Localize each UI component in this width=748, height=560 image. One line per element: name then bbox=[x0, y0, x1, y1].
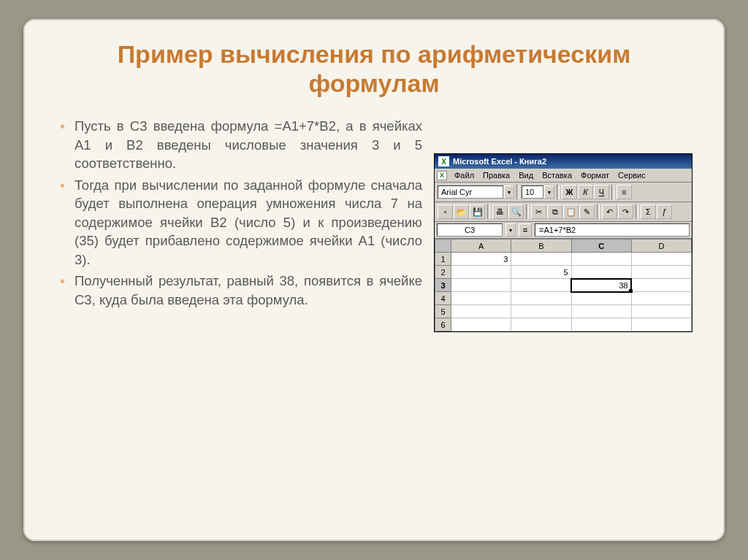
sum-icon[interactable]: Σ bbox=[641, 204, 656, 219]
cell-a1[interactable]: 3 bbox=[451, 253, 511, 266]
row-header-4[interactable]: 4 bbox=[435, 292, 451, 305]
menu-edit[interactable]: Правка bbox=[478, 170, 514, 180]
formatting-toolbar: Arial Cyr ▼ 10 ▼ Ж К Ч ≡ bbox=[435, 183, 692, 202]
separator bbox=[557, 185, 560, 199]
undo-icon[interactable]: ↶ bbox=[602, 204, 617, 219]
bold-button[interactable]: Ж bbox=[562, 185, 577, 199]
font-size-box[interactable]: 10 bbox=[522, 185, 543, 199]
copy-icon[interactable]: ⧉ bbox=[547, 204, 562, 219]
bullet-item: Пусть в C3 введена формула =A1+7*B2, а в… bbox=[56, 117, 422, 173]
paste-icon[interactable]: 📋 bbox=[563, 204, 579, 219]
cell-c3[interactable]: 38 bbox=[571, 279, 631, 292]
align-left-button[interactable]: ≡ bbox=[617, 185, 632, 199]
name-box-dropdown-icon[interactable]: ▼ bbox=[505, 223, 516, 237]
excel-window: X Microsoft Excel - Книга2 X Файл Правка… bbox=[434, 153, 692, 332]
menu-tools[interactable]: Сервис bbox=[614, 170, 650, 180]
cell-d5[interactable] bbox=[631, 305, 691, 318]
cell-d4[interactable] bbox=[631, 292, 691, 305]
slide: Пример вычисления по арифметическим форм… bbox=[23, 19, 725, 541]
excel-doc-icon: X bbox=[437, 171, 447, 180]
formula-bar: C3 ▼ = =A1+7*B2 bbox=[435, 222, 692, 239]
separator bbox=[487, 204, 490, 219]
cell-b1[interactable] bbox=[511, 253, 571, 266]
cell-b4[interactable] bbox=[511, 292, 571, 305]
cell-d2[interactable] bbox=[631, 266, 691, 279]
print-icon[interactable]: 🖶 bbox=[492, 204, 508, 219]
bullet-list: Пусть в C3 введена формула =A1+7*B2, а в… bbox=[56, 117, 422, 312]
cell-b3[interactable] bbox=[511, 279, 571, 292]
select-all-corner[interactable] bbox=[435, 239, 451, 253]
standard-toolbar: ▫ 📂 💾 🖶 🔍 ✂ ⧉ 📋 ✎ ↶ ↷ Σ ƒ bbox=[435, 202, 692, 222]
font-name-box[interactable]: Arial Cyr bbox=[438, 185, 503, 199]
menu-insert[interactable]: Вставка bbox=[538, 170, 576, 180]
new-icon[interactable]: ▫ bbox=[438, 204, 453, 219]
cell-c5[interactable] bbox=[571, 305, 631, 318]
cell-a6[interactable] bbox=[451, 318, 511, 331]
slide-title: Пример вычисления по арифметическим форм… bbox=[56, 39, 692, 98]
open-icon[interactable]: 📂 bbox=[454, 204, 469, 219]
spreadsheet-grid[interactable]: A B C D 1 3 2 bbox=[435, 239, 692, 331]
cell-a5[interactable] bbox=[451, 305, 511, 318]
excel-screenshot: X Microsoft Excel - Книга2 X Файл Правка… bbox=[434, 117, 692, 332]
separator bbox=[636, 204, 638, 219]
font-size-dropdown-icon[interactable]: ▼ bbox=[544, 185, 554, 199]
bullet-item: Тогда при вычислении по заданной формуле… bbox=[56, 176, 422, 269]
col-header-b[interactable]: B bbox=[511, 239, 571, 253]
separator bbox=[526, 204, 529, 219]
row-header-1[interactable]: 1 bbox=[435, 253, 451, 266]
cell-c2[interactable] bbox=[571, 266, 631, 279]
menu-format[interactable]: Формат bbox=[576, 170, 614, 180]
cell-d6[interactable] bbox=[631, 318, 691, 331]
col-header-c[interactable]: C bbox=[571, 239, 631, 253]
separator bbox=[516, 185, 519, 199]
col-header-a[interactable]: A bbox=[451, 239, 511, 253]
excel-app-icon: X bbox=[438, 156, 449, 166]
row-header-6[interactable]: 6 bbox=[435, 318, 451, 331]
excel-titlebar: X Microsoft Excel - Книга2 bbox=[435, 154, 692, 169]
name-box[interactable]: C3 bbox=[437, 223, 503, 237]
cell-a4[interactable] bbox=[451, 292, 511, 305]
equals-button[interactable]: = bbox=[519, 223, 532, 237]
cut-icon[interactable]: ✂ bbox=[531, 204, 546, 219]
separator bbox=[611, 185, 614, 199]
redo-icon[interactable]: ↷ bbox=[618, 204, 633, 219]
save-icon[interactable]: 💾 bbox=[470, 204, 485, 219]
slide-content: Пусть в C3 введена формула =A1+7*B2, а в… bbox=[56, 117, 692, 332]
menu-view[interactable]: Вид bbox=[514, 170, 538, 180]
excel-title-text: Microsoft Excel - Книга2 bbox=[453, 157, 546, 166]
cell-c4[interactable] bbox=[571, 292, 631, 305]
row-header-5[interactable]: 5 bbox=[435, 305, 451, 318]
underline-button[interactable]: Ч bbox=[594, 185, 609, 199]
separator bbox=[597, 204, 600, 219]
cell-a2[interactable] bbox=[451, 266, 511, 279]
cell-c6[interactable] bbox=[571, 318, 631, 331]
row-header-2[interactable]: 2 bbox=[435, 266, 451, 279]
col-header-d[interactable]: D bbox=[631, 239, 691, 253]
cell-b5[interactable] bbox=[511, 305, 571, 318]
cell-b6[interactable] bbox=[511, 318, 571, 331]
font-name-dropdown-icon[interactable]: ▼ bbox=[504, 185, 514, 199]
cell-d1[interactable] bbox=[631, 253, 691, 266]
cell-b2[interactable]: 5 bbox=[511, 266, 571, 279]
fx-icon[interactable]: ƒ bbox=[657, 204, 672, 219]
italic-button[interactable]: К bbox=[578, 185, 593, 199]
formula-input[interactable]: =A1+7*B2 bbox=[535, 223, 690, 237]
cell-c1[interactable] bbox=[571, 253, 631, 266]
row-header-3[interactable]: 3 bbox=[435, 279, 451, 292]
format-painter-icon[interactable]: ✎ bbox=[579, 204, 595, 219]
cell-a3[interactable] bbox=[451, 279, 511, 292]
bullet-item: Полученный результат, равный 38, появитс… bbox=[56, 272, 422, 309]
preview-icon[interactable]: 🔍 bbox=[508, 204, 524, 219]
cell-d3[interactable] bbox=[631, 279, 691, 292]
menu-file[interactable]: Файл bbox=[450, 170, 478, 180]
excel-menubar[interactable]: X Файл Правка Вид Вставка Формат Сервис bbox=[435, 169, 692, 183]
